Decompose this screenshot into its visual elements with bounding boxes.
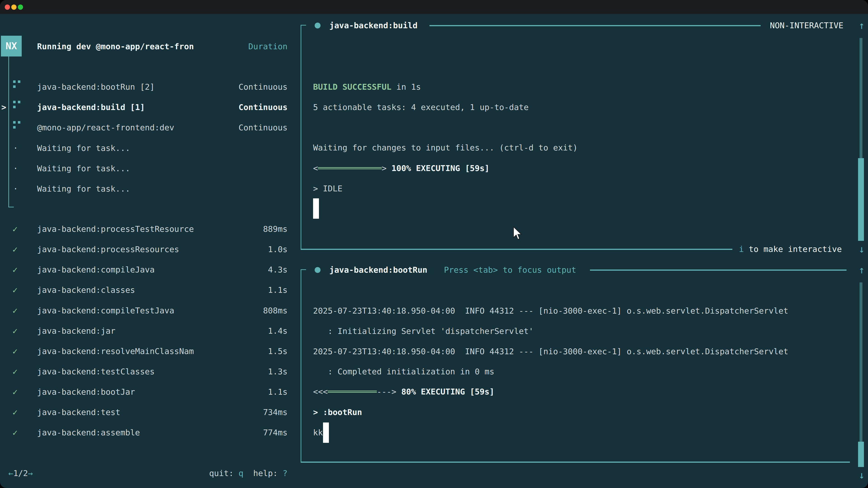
pane-header-rule bbox=[430, 25, 761, 26]
help-key: ? bbox=[283, 468, 287, 478]
task-duration: Continuous bbox=[239, 118, 287, 138]
task-duration: 1.3s bbox=[268, 361, 287, 382]
terminal-window: NX Running dev @mono-app/react-fron Dura… bbox=[0, 0, 868, 488]
scrollbar-track[interactable] bbox=[860, 38, 862, 158]
task-name: java-backend:processResources bbox=[37, 239, 179, 260]
completed-task-row[interactable]: ✓ java-backend:bootJar 1.1s bbox=[0, 382, 301, 402]
check-icon: ✓ bbox=[12, 341, 18, 361]
task-name: java-backend:compileTestJava bbox=[37, 300, 174, 321]
task-row[interactable]: · Waiting for task... bbox=[0, 179, 301, 199]
pane-border-bottom bbox=[301, 462, 850, 463]
progress-label: 80% EXECUTING [59s] bbox=[401, 387, 494, 396]
task-duration: 4.3s bbox=[268, 260, 287, 280]
task-name: java-backend:resolveMainClassNam bbox=[37, 341, 194, 361]
scrollbar-track[interactable] bbox=[860, 283, 862, 442]
prev-page-arrow-icon[interactable]: ← bbox=[8, 468, 13, 478]
close-button[interactable] bbox=[5, 4, 10, 10]
completed-task-row[interactable]: ✓ java-backend:resolveMainClassNam 1.5s bbox=[0, 341, 301, 361]
log-line: 2025-07-23T13:40:18.950-04:00 INFO 44312… bbox=[313, 341, 788, 362]
progress-label: 100% EXECUTING [59s] bbox=[392, 164, 489, 173]
build-summary-line: 5 actionable tasks: 4 executed, 1 up-to-… bbox=[313, 97, 529, 118]
pane-header-rule bbox=[590, 269, 846, 271]
completed-task-row[interactable]: ✓ java-backend:processResources 1.0s bbox=[0, 239, 301, 260]
task-duration: 1.4s bbox=[268, 321, 287, 341]
check-icon: ✓ bbox=[12, 321, 18, 341]
next-page-arrow-icon[interactable]: → bbox=[28, 468, 33, 478]
scroll-down-icon[interactable]: ↓ bbox=[855, 465, 868, 485]
nx-logo: NX bbox=[1, 36, 22, 57]
task-name: java-backend:classes bbox=[37, 280, 135, 300]
pane-border-left bbox=[301, 269, 301, 462]
task-row[interactable]: > · java-backend:build [1] Continuous bbox=[0, 97, 301, 118]
progress-open: <<< bbox=[313, 387, 328, 396]
minimize-button[interactable] bbox=[11, 4, 17, 10]
build-status-time: in 1s bbox=[392, 82, 421, 92]
page-indicator: 1/2 bbox=[13, 468, 28, 478]
pane-border-left bbox=[301, 25, 301, 250]
task-name: java-backend:testClasses bbox=[37, 361, 155, 382]
quit-key: q bbox=[239, 468, 243, 478]
progress-close: ---> bbox=[377, 387, 401, 396]
task-row[interactable]: · java-backend:bootRun [2] Continuous bbox=[0, 77, 301, 97]
pane-border-corner bbox=[301, 269, 306, 270]
task-name: java-backend:assemble bbox=[37, 422, 140, 443]
completed-task-row[interactable]: ✓ java-backend:compileJava 4.3s bbox=[0, 260, 301, 280]
interactive-hint-text: to make interactive bbox=[744, 245, 842, 254]
task-name: Waiting for task... bbox=[37, 179, 130, 199]
focus-hint: Press <tab> to focus output bbox=[444, 260, 576, 280]
task-row[interactable]: · Waiting for task... bbox=[0, 138, 301, 158]
task-duration: 1.1s bbox=[268, 382, 287, 402]
terminal-cursor bbox=[323, 422, 329, 443]
completed-task-row[interactable]: ✓ java-backend:processTestResource 889ms bbox=[0, 219, 301, 239]
progress-fill: ═════════════ bbox=[318, 164, 382, 173]
bootrun-progress-line: <<<══════════---> 80% EXECUTING [59s] bbox=[313, 382, 494, 402]
mode-badge: NON-INTERACTIVE bbox=[770, 15, 843, 36]
pane-border-corner bbox=[301, 25, 306, 26]
task-duration: 1.0s bbox=[268, 239, 287, 260]
task-name: java-backend:bootRun [2] bbox=[37, 77, 155, 97]
scrollbar-thumb[interactable] bbox=[858, 442, 864, 467]
pane-title[interactable]: java-backend:bootRun bbox=[329, 260, 427, 280]
progress-close: > bbox=[381, 164, 391, 173]
spinner-icon bbox=[13, 121, 16, 124]
check-icon: ✓ bbox=[12, 280, 18, 300]
task-name: @mono-app/react-frontend:dev bbox=[37, 118, 174, 138]
build-status: BUILD SUCCESSFUL bbox=[313, 82, 392, 92]
completed-task-row[interactable]: ✓ java-backend:jar 1.4s bbox=[0, 321, 301, 341]
scroll-up-icon[interactable]: ↑ bbox=[855, 15, 868, 36]
task-group-bracket-corner bbox=[8, 207, 14, 207]
selected-task-arrow-icon: > bbox=[1, 97, 6, 118]
check-icon: ✓ bbox=[12, 382, 18, 402]
check-icon: ✓ bbox=[12, 300, 18, 321]
task-name: Waiting for task... bbox=[37, 138, 130, 158]
task-row[interactable]: · Waiting for task... bbox=[0, 158, 301, 179]
pane-title[interactable]: java-backend:build bbox=[329, 15, 417, 36]
maximize-button[interactable] bbox=[18, 4, 23, 10]
completed-task-row[interactable]: ✓ java-backend:testClasses 1.3s bbox=[0, 361, 301, 382]
task-name: java-backend:test bbox=[37, 402, 120, 422]
task-row[interactable]: · @mono-app/react-frontend:dev Continuou… bbox=[0, 118, 301, 138]
scroll-down-icon[interactable]: ↓ bbox=[855, 239, 868, 259]
task-duration: 1.5s bbox=[268, 341, 287, 361]
help-label: help: bbox=[243, 468, 283, 478]
spinner-icon bbox=[13, 80, 16, 83]
completed-task-row[interactable]: ✓ java-backend:assemble 774ms bbox=[0, 422, 301, 443]
titlebar bbox=[0, 0, 868, 14]
pane-border-bottom bbox=[301, 249, 733, 250]
build-status-line: BUILD SUCCESSFUL in 1s bbox=[313, 77, 421, 97]
completed-task-row[interactable]: ✓ java-backend:compileTestJava 808ms bbox=[0, 300, 301, 321]
check-icon: ✓ bbox=[12, 402, 18, 422]
duration-column-header: Duration bbox=[248, 36, 287, 57]
waiting-dot-icon: · bbox=[13, 158, 18, 179]
task-duration: 774ms bbox=[263, 422, 287, 443]
scrollbar-thumb[interactable] bbox=[858, 158, 864, 241]
task-bullet-icon bbox=[315, 23, 320, 29]
task-duration: 1.1s bbox=[268, 280, 287, 300]
completed-task-row[interactable]: ✓ java-backend:classes 1.1s bbox=[0, 280, 301, 300]
scroll-up-icon[interactable]: ↑ bbox=[855, 260, 868, 280]
progress-fill: ══════════ bbox=[328, 387, 377, 396]
typed-input[interactable]: kk bbox=[313, 422, 323, 443]
check-icon: ✓ bbox=[12, 260, 18, 280]
completed-task-row[interactable]: ✓ java-backend:test 734ms bbox=[0, 402, 301, 422]
log-line: : Completed initialization in 0 ms bbox=[313, 361, 494, 382]
